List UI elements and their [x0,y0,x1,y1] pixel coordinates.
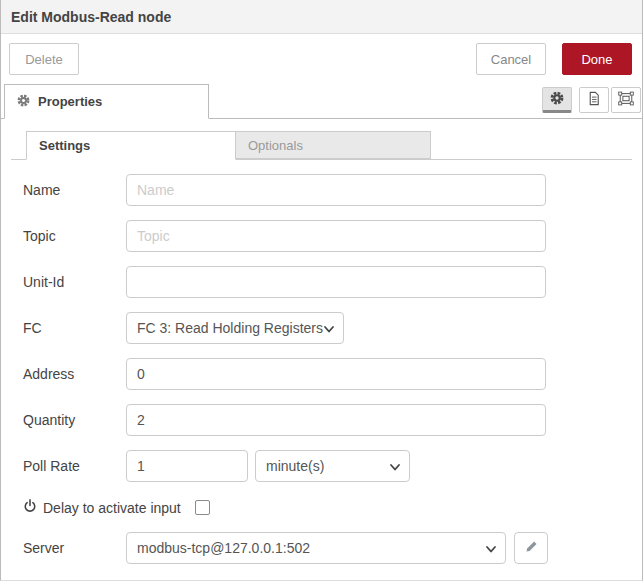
dialog-toolbar: Delete Cancel Done [1,34,642,84]
pencil-icon [525,540,538,556]
chevron-down-icon [389,460,401,476]
quantity-input[interactable] [126,404,546,436]
poll-rate-unit-value: minute(s) [266,458,324,474]
delay-row: Delay to activate input [11,499,632,516]
poll-rate-input[interactable] [126,450,248,482]
name-label: Name [23,182,126,198]
done-button[interactable]: Done [562,43,632,75]
address-label: Address [23,366,126,382]
description-tab-button[interactable] [579,87,609,113]
delay-checkbox[interactable] [195,500,210,515]
tab-properties-label: Properties [38,94,102,109]
poll-rate-row: Poll Rate minute(s) [11,450,632,482]
gear-icon [17,94,30,110]
document-icon [587,91,601,109]
fc-label: FC [23,320,126,336]
poll-rate-label: Poll Rate [23,458,126,474]
server-selected-value: modbus-tcp@127.0.0.1:502 [137,540,310,556]
topic-label: Topic [23,228,126,244]
tab-settings-label: Settings [39,138,90,153]
server-row: Server modbus-tcp@127.0.0.1:502 [11,532,632,564]
tab-optionals[interactable]: Optionals [235,131,431,159]
server-label: Server [23,540,126,556]
delay-label: Delay to activate input [43,500,181,516]
appearance-tab-button[interactable] [611,87,641,113]
name-row: Name [11,174,632,206]
tab-optionals-label: Optionals [248,138,303,153]
gear-icon [550,91,564,108]
dialog-title: Edit Modbus-Read node [1,0,642,34]
edit-node-dialog: Edit Modbus-Read node Delete Cancel Done… [0,0,643,581]
cancel-button[interactable]: Cancel [476,43,546,75]
poll-rate-unit-select[interactable]: minute(s) [255,450,410,482]
address-row: Address [11,358,632,390]
topic-row: Topic [11,220,632,252]
properties-tab-button[interactable] [542,87,572,113]
fc-selected-value: FC 3: Read Holding Registers [137,320,323,336]
fc-row: FC FC 3: Read Holding Registers [11,312,632,344]
quantity-label: Quantity [23,412,126,428]
chevron-down-icon [323,322,335,338]
unit-id-label: Unit-Id [23,274,126,290]
power-icon [23,499,37,516]
editor-tab-row: Properties [1,84,642,119]
settings-subtab-row: Settings Optionals [11,131,632,160]
topic-input[interactable] [126,220,546,252]
name-input[interactable] [126,174,546,206]
unit-id-row: Unit-Id [11,266,632,298]
appearance-icon [618,91,634,109]
quantity-row: Quantity [11,404,632,436]
edit-server-button[interactable] [514,532,548,564]
delete-button[interactable]: Delete [9,43,79,75]
chevron-down-icon [485,542,497,558]
fc-select[interactable]: FC 3: Read Holding Registers [126,312,344,344]
server-select[interactable]: modbus-tcp@127.0.0.1:502 [126,532,506,564]
unit-id-input[interactable] [126,266,546,298]
tab-properties[interactable]: Properties [4,84,209,119]
properties-panel: Settings Optionals Name Topic Unit-Id FC… [1,131,642,564]
tab-settings[interactable]: Settings [26,131,236,160]
address-input[interactable] [126,358,546,390]
